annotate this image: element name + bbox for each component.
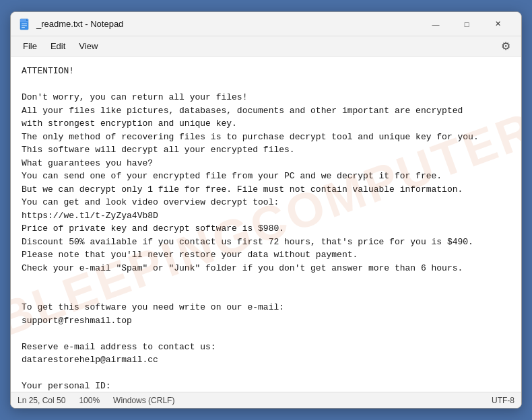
settings-icon[interactable]: ⚙ xyxy=(496,37,516,55)
maximize-button[interactable]: □ xyxy=(451,13,482,35)
status-bar: Ln 25, Col 50 100% Windows (CRLF) UTF-8 xyxy=(11,392,521,408)
window-controls: — □ ✕ xyxy=(420,13,513,35)
app-icon xyxy=(19,18,31,30)
menu-bar: File Edit View ⚙ xyxy=(11,36,521,57)
minimize-button[interactable]: — xyxy=(420,13,451,35)
menu-file[interactable]: File xyxy=(16,38,44,54)
encoding: UTF-8 xyxy=(492,396,514,405)
editor-content[interactable]: ATTENTION! Don't worry, you can return a… xyxy=(22,65,510,392)
svg-rect-4 xyxy=(22,27,25,28)
zoom-level: 100% xyxy=(79,396,100,405)
window-title: _readme.txt - Notepad xyxy=(36,19,420,29)
title-bar: _readme.txt - Notepad — □ ✕ xyxy=(11,12,521,36)
svg-rect-2 xyxy=(22,24,27,24)
editor-area[interactable]: BLEEPINGCOMPUTER ATTENTION! Don't worry,… xyxy=(11,57,521,392)
close-button[interactable]: ✕ xyxy=(482,13,513,35)
cursor-position: Ln 25, Col 50 xyxy=(18,396,65,405)
svg-rect-3 xyxy=(22,25,27,26)
menu-view[interactable]: View xyxy=(72,38,104,54)
menu-edit[interactable]: Edit xyxy=(44,38,72,54)
notepad-window: _readme.txt - Notepad — □ ✕ File Edit Vi… xyxy=(10,11,522,409)
line-ending: Windows (CRLF) xyxy=(113,396,174,405)
